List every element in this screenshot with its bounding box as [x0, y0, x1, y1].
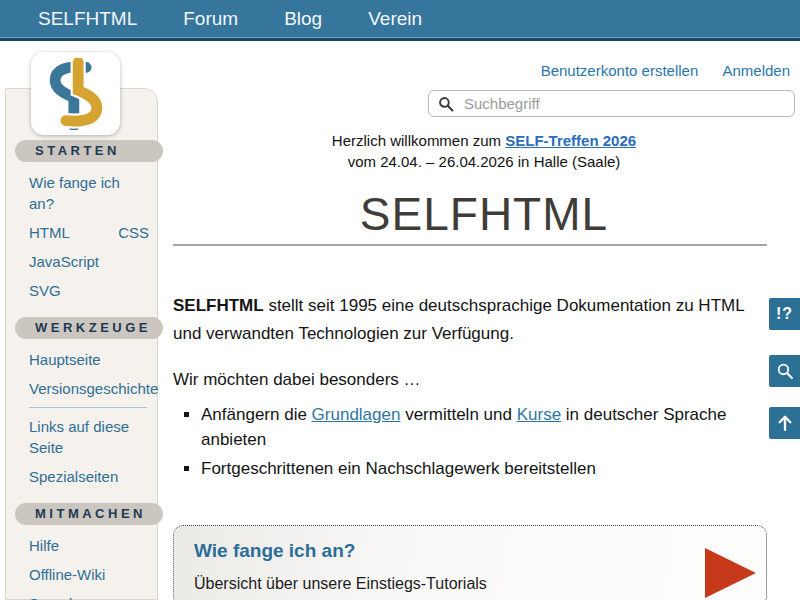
feedback-button[interactable]: !? — [769, 298, 800, 330]
nav-item-blog[interactable]: Blog — [284, 8, 322, 30]
top-navigation: SELFHTML Forum Blog Verein — [0, 0, 800, 41]
goals-lead: Wir möchten dabei besonders … — [173, 366, 767, 394]
sidebar-item-svg[interactable]: SVG — [29, 280, 149, 301]
sidebar-item-offline-wiki[interactable]: Offline-Wiki — [29, 564, 149, 585]
page-title: SELFHTML — [173, 188, 795, 240]
search-toggle-button[interactable] — [769, 355, 800, 387]
main-content: Herzlich willkommen zum SELF-Treffen 202… — [173, 130, 767, 600]
search-bar[interactable] — [428, 90, 795, 117]
search-input[interactable] — [462, 94, 785, 113]
bullet-text: Anfängern die — [201, 405, 312, 424]
scroll-to-top-button[interactable] — [769, 407, 800, 439]
teaser-heading[interactable]: Wie fange ich an? — [194, 539, 676, 563]
teaser-text: Übersicht über unsere Einstiegs-Tutorial… — [194, 573, 676, 595]
selfhtml-homepage: SELFHTML Forum Blog Verein Benutzerkonto… — [0, 0, 800, 600]
sidebar-item-links-auf-diese-seite[interactable]: Links auf diese Seite — [29, 416, 149, 458]
create-account-link[interactable]: Benutzerkonto erstellen — [541, 62, 699, 79]
play-triangle-icon[interactable] — [705, 548, 756, 598]
sidebar-item-spenden[interactable]: Spenden — [29, 593, 149, 600]
intro-bold: SELFHTML — [173, 296, 264, 315]
list-item: Anfängern die Grundlagen vermitteln und … — [201, 402, 761, 452]
welcome-line1: Herzlich willkommen zum SELF-Treffen 202… — [173, 130, 795, 151]
sidebar-item-versionsgeschichte[interactable]: Versionsgeschichte — [29, 378, 149, 399]
welcome-text: Herzlich willkommen zum — [332, 132, 505, 149]
sidebar-item-css[interactable]: CSS — [118, 222, 149, 243]
goals-list: Anfängern die Grundlagen vermitteln und … — [173, 402, 761, 481]
grundlagen-link[interactable]: Grundlagen — [312, 405, 401, 424]
wie-fange-ich-an-teaser[interactable]: Wie fange ich an? Übersicht über unsere … — [173, 525, 767, 600]
intro-paragraph: SELFHTML stellt seit 1995 eine deutschsp… — [173, 292, 765, 348]
sidebar: STARTEN Wie fange ich an? HTML CSS JavaS… — [5, 88, 158, 600]
sidebar-item-hauptseite[interactable]: Hauptseite — [29, 349, 149, 370]
welcome-line2: vom 24.04. – 26.04.2026 in Halle (Saale) — [173, 151, 795, 172]
nav-item-verein[interactable]: Verein — [368, 8, 422, 30]
up-arrow-icon — [775, 413, 795, 433]
sidebar-section-werkzeuge: WERKZEUGE — [15, 317, 163, 339]
selfhtml-logo[interactable] — [31, 52, 120, 135]
bullet-text: vermitteln und — [400, 405, 516, 424]
sidebar-item-hilfe[interactable]: Hilfe — [29, 535, 149, 556]
list-item: Fortgeschrittenen ein Nachschlagewerk be… — [201, 456, 761, 481]
welcome-note: Herzlich willkommen zum SELF-Treffen 202… — [173, 130, 795, 172]
search-icon — [438, 96, 454, 112]
sidebar-section-starten: STARTEN — [15, 140, 163, 162]
self-treffen-link[interactable]: SELF-Treffen 2026 — [505, 132, 636, 149]
login-link[interactable]: Anmelden — [722, 62, 790, 79]
kurse-link[interactable]: Kurse — [517, 405, 561, 424]
account-links: Benutzerkonto erstellen Anmelden — [521, 62, 790, 79]
nav-item-forum[interactable]: Forum — [183, 8, 238, 30]
sidebar-item-javascript[interactable]: JavaScript — [29, 251, 149, 272]
sidebar-item-html[interactable]: HTML — [29, 222, 70, 243]
sidebar-row-html-css: HTML CSS — [29, 222, 149, 243]
sidebar-item-spezialseiten[interactable]: Spezialseiten — [29, 466, 149, 487]
title-rule — [173, 244, 767, 246]
sidebar-item-wie-fange-ich-an[interactable]: Wie fange ich an? — [29, 172, 149, 214]
magnifier-icon — [775, 361, 795, 381]
selfhtml-s-logo-icon — [39, 58, 113, 130]
sidebar-section-mitmachen: MITMACHEN — [15, 503, 163, 525]
nav-item-selfhtml[interactable]: SELFHTML — [38, 8, 137, 30]
sidebar-divider — [29, 407, 147, 408]
